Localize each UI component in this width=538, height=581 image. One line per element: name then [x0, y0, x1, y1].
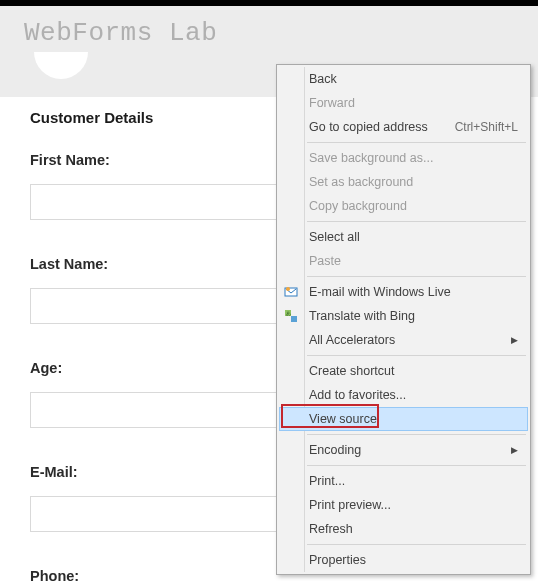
site-title: WebForms Lab [24, 18, 514, 48]
menu-set-background: Set as background [279, 170, 528, 194]
menu-separator [307, 142, 526, 143]
menu-go-copied-address[interactable]: Go to copied address Ctrl+Shift+L [279, 115, 528, 139]
bing-translate-icon: あ [282, 308, 300, 324]
menu-print-preview[interactable]: Print preview... [279, 493, 528, 517]
menu-print[interactable]: Print... [279, 469, 528, 493]
menu-forward: Forward [279, 91, 528, 115]
menu-separator [307, 276, 526, 277]
menu-properties[interactable]: Properties [279, 548, 528, 572]
menu-separator [307, 544, 526, 545]
menu-save-background: Save background as... [279, 146, 528, 170]
menu-encoding[interactable]: Encoding ▶ [279, 438, 528, 462]
menu-select-all[interactable]: Select all [279, 225, 528, 249]
menu-add-favorites[interactable]: Add to favorites... [279, 383, 528, 407]
menu-refresh[interactable]: Refresh [279, 517, 528, 541]
menu-all-accelerators[interactable]: All Accelerators ▶ [279, 328, 528, 352]
menu-create-shortcut[interactable]: Create shortcut [279, 359, 528, 383]
menu-separator [307, 434, 526, 435]
menu-separator [307, 465, 526, 466]
context-menu: Back Forward Go to copied address Ctrl+S… [276, 64, 531, 575]
menu-separator [307, 221, 526, 222]
avatar-placeholder [34, 52, 88, 79]
menu-email-windows-live[interactable]: E-mail with Windows Live [279, 280, 528, 304]
menu-view-source[interactable]: View source [279, 407, 528, 431]
windows-live-icon [282, 284, 300, 300]
menu-copy-background: Copy background [279, 194, 528, 218]
svg-text:あ: あ [286, 310, 291, 316]
svg-rect-3 [291, 316, 297, 322]
menu-back[interactable]: Back [279, 67, 528, 91]
chevron-right-icon: ▶ [511, 332, 518, 348]
menu-separator [307, 355, 526, 356]
menu-translate-bing[interactable]: あ Translate with Bing [279, 304, 528, 328]
svg-point-1 [286, 287, 290, 291]
chevron-right-icon: ▶ [511, 442, 518, 458]
menu-go-copied-shortcut: Ctrl+Shift+L [443, 119, 518, 135]
menu-paste: Paste [279, 249, 528, 273]
